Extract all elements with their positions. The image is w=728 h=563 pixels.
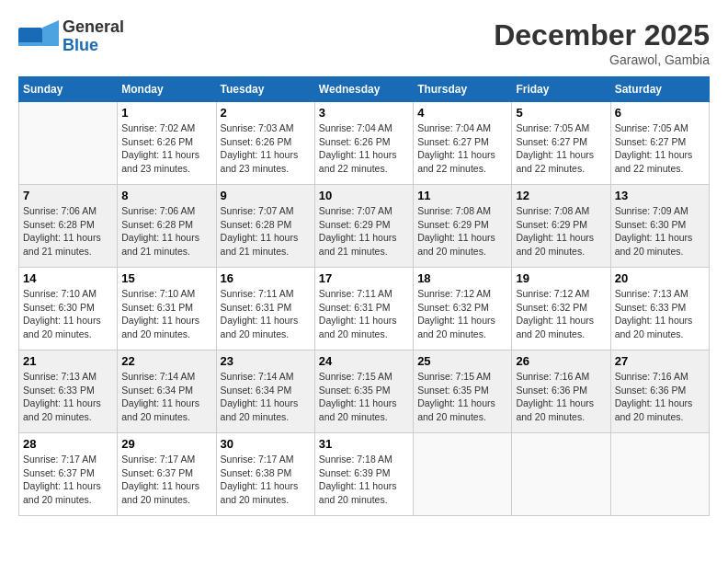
day-number: 7: [23, 189, 113, 202]
day-info: Sunrise: 7:17 AM Sunset: 6:37 PM Dayligh…: [23, 453, 113, 507]
calendar-week-row: 14Sunrise: 7:10 AM Sunset: 6:30 PM Dayli…: [19, 268, 710, 350]
calendar-cell: 11Sunrise: 7:08 AM Sunset: 6:29 PM Dayli…: [414, 185, 512, 268]
calendar-cell: 16Sunrise: 7:11 AM Sunset: 6:31 PM Dayli…: [216, 268, 314, 350]
svg-marker-1: [42, 20, 59, 46]
calendar-cell: 21Sunrise: 7:13 AM Sunset: 6:33 PM Dayli…: [19, 350, 118, 433]
day-number: 13: [615, 189, 705, 202]
calendar-cell: 27Sunrise: 7:16 AM Sunset: 6:36 PM Dayli…: [610, 350, 709, 433]
col-header-thursday: Thursday: [414, 77, 512, 102]
day-number: 1: [121, 106, 211, 120]
col-header-sunday: Sunday: [19, 77, 118, 102]
calendar-cell: 28Sunrise: 7:17 AM Sunset: 6:37 PM Dayli…: [19, 433, 118, 516]
day-number: 11: [417, 189, 507, 202]
day-number: 28: [23, 437, 113, 451]
calendar-cell: 30Sunrise: 7:17 AM Sunset: 6:38 PM Dayli…: [216, 433, 314, 516]
day-info: Sunrise: 7:13 AM Sunset: 6:33 PM Dayligh…: [23, 370, 113, 424]
day-info: Sunrise: 7:17 AM Sunset: 6:37 PM Dayligh…: [121, 453, 211, 507]
calendar-table: SundayMondayTuesdayWednesdayThursdayFrid…: [18, 76, 710, 516]
day-number: 23: [221, 354, 311, 368]
day-info: Sunrise: 7:12 AM Sunset: 6:32 PM Dayligh…: [417, 287, 507, 341]
logo: General Blue: [18, 18, 124, 55]
col-header-monday: Monday: [118, 77, 216, 102]
calendar-cell: [512, 433, 610, 516]
day-info: Sunrise: 7:15 AM Sunset: 6:35 PM Dayligh…: [417, 370, 507, 424]
day-number: 12: [516, 189, 606, 202]
day-info: Sunrise: 7:07 AM Sunset: 6:29 PM Dayligh…: [319, 204, 409, 259]
calendar-cell: [610, 433, 709, 516]
day-info: Sunrise: 7:10 AM Sunset: 6:31 PM Dayligh…: [121, 287, 211, 341]
day-info: Sunrise: 7:10 AM Sunset: 6:30 PM Dayligh…: [23, 287, 113, 341]
calendar-cell: [414, 433, 512, 516]
day-info: Sunrise: 7:03 AM Sunset: 6:26 PM Dayligh…: [221, 121, 311, 176]
calendar-week-row: 7Sunrise: 7:06 AM Sunset: 6:28 PM Daylig…: [19, 185, 710, 268]
day-info: Sunrise: 7:05 AM Sunset: 6:27 PM Dayligh…: [615, 121, 705, 176]
day-number: 6: [615, 106, 705, 120]
logo-icon: [18, 20, 59, 53]
calendar-cell: 31Sunrise: 7:18 AM Sunset: 6:39 PM Dayli…: [314, 433, 413, 516]
day-number: 2: [221, 106, 311, 120]
col-header-saturday: Saturday: [610, 77, 709, 102]
calendar-cell: 20Sunrise: 7:13 AM Sunset: 6:33 PM Dayli…: [610, 268, 709, 350]
day-number: 22: [121, 354, 211, 368]
calendar-week-row: 28Sunrise: 7:17 AM Sunset: 6:37 PM Dayli…: [19, 433, 710, 516]
day-info: Sunrise: 7:08 AM Sunset: 6:29 PM Dayligh…: [516, 204, 606, 259]
day-number: 17: [319, 271, 409, 285]
day-info: Sunrise: 7:15 AM Sunset: 6:35 PM Dayligh…: [319, 370, 409, 424]
day-info: Sunrise: 7:04 AM Sunset: 6:26 PM Dayligh…: [319, 121, 409, 176]
calendar-cell: 7Sunrise: 7:06 AM Sunset: 6:28 PM Daylig…: [19, 185, 118, 268]
calendar-cell: 24Sunrise: 7:15 AM Sunset: 6:35 PM Dayli…: [314, 350, 413, 433]
day-number: 5: [516, 106, 606, 120]
day-info: Sunrise: 7:04 AM Sunset: 6:27 PM Dayligh…: [417, 121, 507, 176]
day-number: 18: [417, 271, 507, 285]
calendar-cell: 15Sunrise: 7:10 AM Sunset: 6:31 PM Dayli…: [118, 268, 216, 350]
day-number: 4: [417, 106, 507, 120]
title-block: December 2025 Garawol, Gambia: [494, 18, 710, 67]
calendar-cell: 22Sunrise: 7:14 AM Sunset: 6:34 PM Dayli…: [118, 350, 216, 433]
calendar-week-row: 21Sunrise: 7:13 AM Sunset: 6:33 PM Dayli…: [19, 350, 710, 433]
calendar-cell: 19Sunrise: 7:12 AM Sunset: 6:32 PM Dayli…: [512, 268, 610, 350]
day-number: 3: [319, 106, 409, 120]
location-subtitle: Garawol, Gambia: [494, 52, 710, 67]
svg-rect-2: [18, 42, 42, 46]
calendar-cell: 3Sunrise: 7:04 AM Sunset: 6:26 PM Daylig…: [314, 102, 413, 185]
page-header: General Blue December 2025 Garawol, Gamb…: [18, 18, 710, 67]
day-info: Sunrise: 7:11 AM Sunset: 6:31 PM Dayligh…: [319, 287, 409, 341]
day-number: 26: [516, 354, 606, 368]
day-info: Sunrise: 7:14 AM Sunset: 6:34 PM Dayligh…: [221, 370, 311, 424]
calendar-cell: 9Sunrise: 7:07 AM Sunset: 6:28 PM Daylig…: [216, 185, 314, 268]
day-info: Sunrise: 7:06 AM Sunset: 6:28 PM Dayligh…: [23, 204, 113, 259]
calendar-cell: 2Sunrise: 7:03 AM Sunset: 6:26 PM Daylig…: [216, 102, 314, 185]
calendar-header-row: SundayMondayTuesdayWednesdayThursdayFrid…: [19, 77, 710, 102]
day-info: Sunrise: 7:12 AM Sunset: 6:32 PM Dayligh…: [516, 287, 606, 341]
col-header-wednesday: Wednesday: [314, 77, 413, 102]
day-info: Sunrise: 7:05 AM Sunset: 6:27 PM Dayligh…: [516, 121, 606, 176]
calendar-cell: 25Sunrise: 7:15 AM Sunset: 6:35 PM Dayli…: [414, 350, 512, 433]
calendar-cell: [19, 102, 118, 185]
day-info: Sunrise: 7:16 AM Sunset: 6:36 PM Dayligh…: [615, 370, 705, 424]
day-number: 10: [319, 189, 409, 202]
day-number: 31: [319, 437, 409, 451]
day-number: 15: [121, 271, 211, 285]
calendar-cell: 5Sunrise: 7:05 AM Sunset: 6:27 PM Daylig…: [512, 102, 610, 185]
day-info: Sunrise: 7:11 AM Sunset: 6:31 PM Dayligh…: [221, 287, 311, 341]
day-number: 21: [23, 354, 113, 368]
calendar-cell: 18Sunrise: 7:12 AM Sunset: 6:32 PM Dayli…: [414, 268, 512, 350]
day-number: 14: [23, 271, 113, 285]
day-info: Sunrise: 7:08 AM Sunset: 6:29 PM Dayligh…: [417, 204, 507, 259]
day-info: Sunrise: 7:18 AM Sunset: 6:39 PM Dayligh…: [319, 453, 409, 507]
day-number: 16: [221, 271, 311, 285]
calendar-week-row: 1Sunrise: 7:02 AM Sunset: 6:26 PM Daylig…: [19, 102, 710, 185]
calendar-cell: 26Sunrise: 7:16 AM Sunset: 6:36 PM Dayli…: [512, 350, 610, 433]
calendar-cell: 23Sunrise: 7:14 AM Sunset: 6:34 PM Dayli…: [216, 350, 314, 433]
day-number: 24: [319, 354, 409, 368]
calendar-cell: 8Sunrise: 7:06 AM Sunset: 6:28 PM Daylig…: [118, 185, 216, 268]
col-header-tuesday: Tuesday: [216, 77, 314, 102]
calendar-cell: 12Sunrise: 7:08 AM Sunset: 6:29 PM Dayli…: [512, 185, 610, 268]
day-number: 9: [221, 189, 311, 202]
logo-general: General: [63, 17, 124, 36]
day-info: Sunrise: 7:16 AM Sunset: 6:36 PM Dayligh…: [516, 370, 606, 424]
logo-blue: Blue: [63, 36, 98, 54]
day-number: 8: [121, 189, 211, 202]
calendar-cell: 4Sunrise: 7:04 AM Sunset: 6:27 PM Daylig…: [414, 102, 512, 185]
day-info: Sunrise: 7:02 AM Sunset: 6:26 PM Dayligh…: [121, 121, 211, 176]
